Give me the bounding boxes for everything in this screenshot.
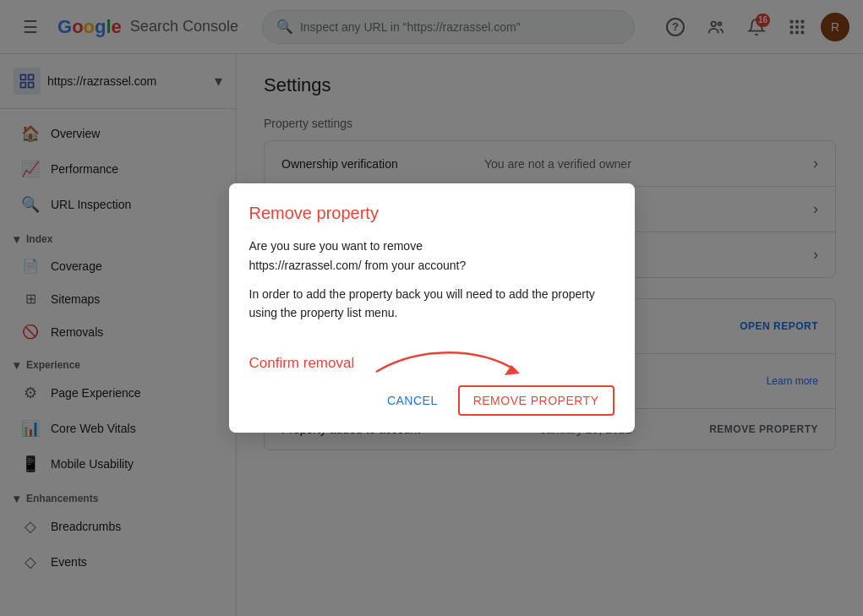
modal-overlay[interactable]: Remove property Are you sure you want to… bbox=[0, 0, 863, 616]
dialog-actions: CANCEL REMOVE PROPERTY bbox=[249, 385, 614, 416]
remove-property-dialog: Remove property Are you sure you want to… bbox=[229, 183, 635, 433]
cancel-button[interactable]: CANCEL bbox=[374, 387, 451, 414]
dialog-body-line1: Are you sure you want to remove bbox=[249, 239, 423, 253]
dialog-note: In order to add the property back you wi… bbox=[249, 285, 614, 323]
svg-marker-15 bbox=[505, 365, 520, 375]
remove-property-button[interactable]: REMOVE PROPERTY bbox=[458, 385, 614, 416]
dialog-title: Remove property bbox=[249, 204, 614, 223]
dialog-body-url: https://razrassel.com/ bbox=[249, 259, 362, 272]
dialog-body: Are you sure you want to remove https://… bbox=[249, 237, 614, 275]
confirm-arrow-annotation bbox=[368, 338, 537, 389]
dialog-body-line2: from your account? bbox=[364, 259, 466, 272]
confirm-removal-annotation: Confirm removal bbox=[249, 355, 355, 372]
